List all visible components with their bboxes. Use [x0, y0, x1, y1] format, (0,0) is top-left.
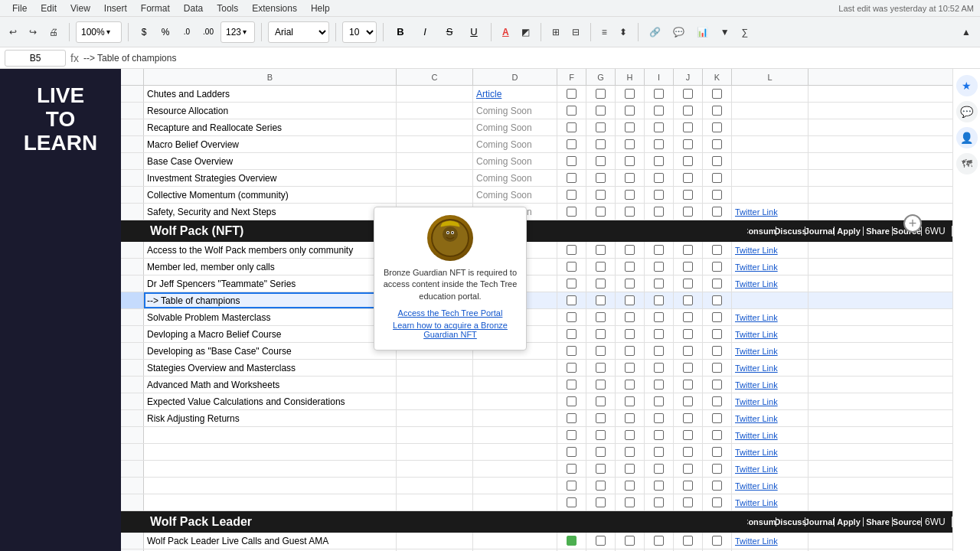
cell-d: Coming Soon	[473, 136, 557, 152]
col-share: Share	[864, 517, 893, 527]
cell-c	[397, 494, 473, 510]
row-number	[121, 393, 144, 409]
nft-tech-tree-link[interactable]: Access the Tech Tree Portal	[382, 308, 518, 318]
col-journal: Journal	[805, 517, 835, 527]
currency-button[interactable]: $	[135, 23, 153, 41]
cell-c	[397, 427, 473, 443]
cell-c	[397, 170, 473, 186]
fill-color-button[interactable]: ◩	[517, 24, 534, 40]
formula-input[interactable]	[83, 50, 975, 67]
menu-file[interactable]: File	[6, 2, 33, 15]
table-row: Expected Value Calculations and Consider…	[121, 393, 952, 410]
cell-b: Developing as "Base Case" Course	[144, 343, 397, 359]
sidebar-icon-person[interactable]: 👤	[956, 127, 978, 148]
cell-d	[473, 360, 557, 376]
menu-extensions[interactable]: Extensions	[246, 2, 303, 15]
cell-d	[473, 410, 557, 426]
menu-tools[interactable]: Tools	[211, 2, 244, 15]
menu-data[interactable]: Data	[178, 2, 209, 15]
italic-button[interactable]: I	[414, 21, 436, 43]
wolf-pack-nft-header: Wolf Pack (NFT) Consume Discuss Journal …	[121, 220, 952, 242]
collapse-button[interactable]: ▲	[957, 24, 975, 40]
text-color-button[interactable]: A	[498, 24, 514, 40]
row-number	[121, 309, 144, 325]
row-number	[121, 153, 144, 169]
cell-b-selected[interactable]: --> Table of champions	[144, 292, 397, 308]
menu-view[interactable]: View	[64, 2, 96, 15]
cell-c	[397, 153, 473, 169]
sidebar-icon-chat[interactable]: 💬	[956, 101, 978, 122]
table-row: Base Case Overview Coming Soon	[121, 153, 952, 170]
cell-k[interactable]	[703, 86, 732, 102]
menu-edit[interactable]: Edit	[34, 2, 63, 15]
table-row: Developing as "Base Case" Course Twitter…	[121, 343, 952, 360]
last-edit-text: Last edit was yesterday at 10:52 AM	[838, 4, 974, 13]
borders-button[interactable]: ⊞	[547, 24, 564, 40]
cell-i[interactable]	[645, 86, 674, 102]
col-discuss: Discuss	[776, 227, 805, 236]
cell-c	[397, 377, 473, 393]
font-size-select[interactable]: 10	[342, 21, 377, 43]
cell-b: Recapture and Reallocate Series	[144, 119, 397, 135]
cell-d-article[interactable]: Article	[473, 86, 557, 102]
format-select[interactable]: 123 ▾	[220, 21, 255, 43]
merge-button[interactable]: ⊟	[567, 24, 584, 40]
cell-j[interactable]	[674, 86, 703, 102]
menu-help[interactable]: Help	[305, 2, 336, 15]
font-family-select[interactable]: Arial	[268, 21, 329, 43]
table-row: Collective Momentum (community) Coming S…	[121, 187, 952, 204]
cell-c	[397, 410, 473, 426]
cell-d: Coming Soon	[473, 103, 557, 119]
underline-button[interactable]: U	[463, 21, 485, 43]
cell-b	[144, 494, 397, 510]
add-row-button[interactable]: +	[903, 214, 922, 233]
menu-format[interactable]: Format	[135, 2, 176, 15]
chart-button[interactable]: 📊	[692, 24, 713, 40]
percent-button[interactable]: %	[156, 23, 175, 41]
valign-button[interactable]: ⬍	[615, 24, 632, 40]
col-header-j: J	[674, 69, 703, 85]
cell-c	[397, 478, 473, 494]
cell-h[interactable]	[616, 86, 645, 102]
row-number	[121, 494, 144, 510]
cell-b	[144, 444, 397, 460]
bold-button[interactable]: B	[390, 21, 411, 43]
cell-c	[397, 86, 473, 102]
selected-row[interactable]: --> Table of champions	[121, 292, 952, 309]
undo-button[interactable]: ↩	[5, 24, 21, 40]
row-number	[121, 533, 144, 549]
sidebar-icon-map[interactable]: 🗺	[956, 153, 978, 174]
cell-b: Access to the Wolf Pack members only com…	[144, 242, 397, 258]
link-button[interactable]: 🔗	[645, 24, 665, 40]
row-number	[121, 204, 144, 220]
menu-insert[interactable]: Insert	[98, 2, 133, 15]
filter-button[interactable]: ▼	[716, 24, 734, 40]
align-button[interactable]: ≡	[597, 24, 612, 40]
sidebar-icon-star[interactable]: ★	[956, 75, 978, 96]
function-button[interactable]: ∑	[737, 24, 753, 40]
cell-b: Collective Momentum (community)	[144, 187, 397, 203]
cell-b: Member led, member only calls	[144, 259, 397, 275]
table-row: Twitter Link	[121, 494, 952, 511]
cell-d	[473, 444, 557, 460]
grid-wrap[interactable]: Chutes and Ladders Article Resource Allo…	[121, 86, 952, 551]
nft-acquire-link[interactable]: Learn how to acquire a Bronze Guardian N…	[382, 321, 518, 339]
col-share: Share	[864, 227, 893, 236]
twitter-link-cell[interactable]: Twitter Link	[732, 204, 808, 220]
cell-b: Dr Jeff Spencers "Teammate" Series	[144, 276, 397, 292]
decimal-dec-button[interactable]: .0	[178, 23, 196, 41]
zoom-selector[interactable]: 100% ▾	[76, 21, 122, 43]
cell-b	[144, 478, 397, 494]
cell-f[interactable]	[557, 86, 586, 102]
print-button[interactable]: 🖨	[44, 24, 63, 40]
comment-button[interactable]: 💬	[668, 24, 689, 40]
row-number	[121, 377, 144, 393]
cell-g[interactable]	[586, 86, 616, 102]
cell-b	[144, 427, 397, 443]
decimal-inc-button[interactable]: .00	[199, 23, 217, 41]
strikethrough-button[interactable]: S	[439, 21, 460, 43]
col-6wu: 6WU	[922, 226, 952, 236]
left-sidebar: LIVETOLEARN	[0, 69, 121, 551]
cell-reference-input[interactable]	[5, 50, 66, 67]
redo-button[interactable]: ↪	[24, 24, 41, 40]
